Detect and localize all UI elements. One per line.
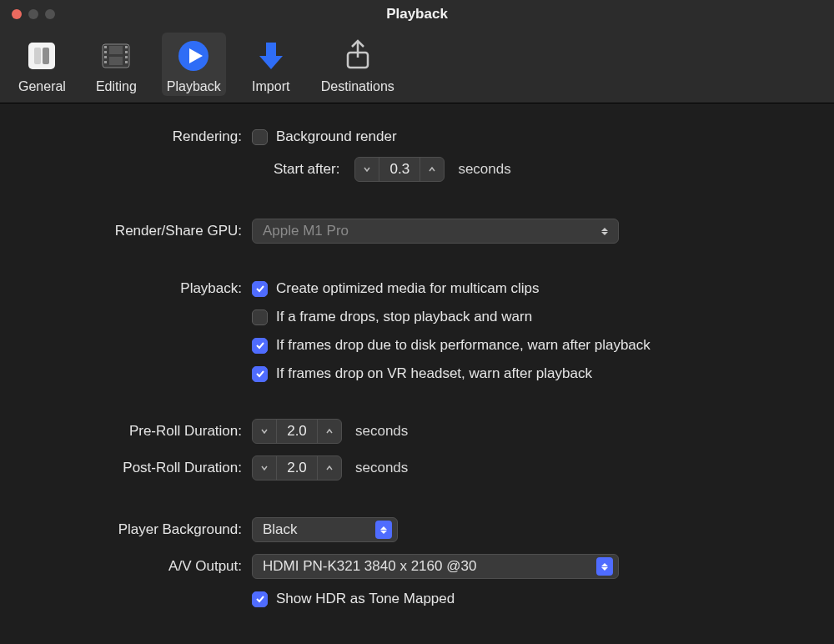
stepper-start-after[interactable]: 0.3 <box>354 157 445 182</box>
chevron-updown-icon <box>375 521 392 539</box>
label-rendering: Rendering: <box>17 128 252 145</box>
svg-rect-8 <box>125 46 128 48</box>
svg-rect-11 <box>125 61 128 63</box>
svg-rect-12 <box>109 46 123 54</box>
popup-render-gpu[interactable]: Apple M1 Pro <box>252 219 619 244</box>
label-player-bg: Player Background: <box>17 521 252 538</box>
zoom-window-button[interactable] <box>45 9 55 19</box>
label-vr-warn: If frames drop on VR headset, warn after… <box>276 365 592 382</box>
tab-label: Playback <box>167 79 221 94</box>
svg-rect-1 <box>34 48 41 64</box>
label-playback: Playback: <box>17 280 252 297</box>
tab-destinations[interactable]: Destinations <box>316 33 399 96</box>
label-seconds: seconds <box>355 460 408 476</box>
tab-playback[interactable]: Playback <box>162 33 226 96</box>
prefs-toolbar: General Editing Playback <box>0 28 834 103</box>
label-background-render: Background render <box>276 128 397 145</box>
popup-player-bg[interactable]: Black <box>252 517 398 542</box>
tab-label: Import <box>252 79 289 94</box>
label-seconds: seconds <box>355 423 408 440</box>
window-title: Playback <box>0 6 834 23</box>
stepper-preroll[interactable]: 2.0 <box>252 419 342 444</box>
label-postroll: Post-Roll Duration: <box>17 460 252 476</box>
label-framedrop-stop: If a frame drops, stop playback and warn <box>276 309 532 325</box>
stepper-value[interactable]: 2.0 <box>276 456 318 480</box>
arrow-down-icon <box>251 36 291 76</box>
stepper-value[interactable]: 0.3 <box>379 158 420 181</box>
window-titlebar: Playback <box>0 0 834 28</box>
svg-rect-2 <box>43 48 49 64</box>
svg-rect-0 <box>28 43 55 69</box>
tab-label: Destinations <box>321 79 394 94</box>
stepper-decrement[interactable] <box>253 420 276 443</box>
svg-marker-17 <box>259 56 283 69</box>
stepper-decrement[interactable] <box>355 158 379 181</box>
popup-value: Black <box>263 521 298 538</box>
play-circle-icon <box>173 36 214 76</box>
label-hdr-tone-mapped: Show HDR as Tone Mapped <box>276 591 455 607</box>
stepper-postroll[interactable]: 2.0 <box>252 455 342 480</box>
traffic-lights <box>0 9 55 19</box>
label-av-output: A/V Output: <box>17 558 252 575</box>
chevron-updown-icon <box>596 222 613 240</box>
svg-rect-10 <box>125 56 128 58</box>
popup-av-output[interactable]: HDMI PN-K321 3840 x 2160 @30 <box>252 554 619 579</box>
stepper-value[interactable]: 2.0 <box>276 420 318 443</box>
checkbox-disk-warn[interactable] <box>252 338 268 354</box>
stepper-increment[interactable] <box>420 158 444 181</box>
minimize-window-button[interactable] <box>28 9 38 19</box>
popup-value: HDMI PN-K321 3840 x 2160 @30 <box>263 558 476 575</box>
tab-general[interactable]: General <box>13 33 71 96</box>
label-disk-warn: If frames drop due to disk performance, … <box>276 337 651 354</box>
checkbox-multicam[interactable] <box>252 281 268 297</box>
chevron-updown-icon <box>596 557 613 576</box>
svg-rect-13 <box>109 57 123 65</box>
svg-rect-6 <box>104 56 107 58</box>
checkbox-vr-warn[interactable] <box>252 366 268 382</box>
tab-editing[interactable]: Editing <box>91 33 142 96</box>
tab-label: General <box>18 79 66 94</box>
slider-switch-icon <box>22 36 62 76</box>
svg-rect-5 <box>104 51 107 53</box>
svg-rect-4 <box>104 46 107 48</box>
svg-rect-9 <box>125 51 128 53</box>
popup-value: Apple M1 Pro <box>263 223 349 239</box>
stepper-decrement[interactable] <box>253 456 276 480</box>
share-icon <box>338 36 378 76</box>
checkbox-hdr-tone-mapped[interactable] <box>252 591 268 607</box>
svg-rect-16 <box>266 43 276 56</box>
label-multicam: Create optimized media for multicam clip… <box>276 280 540 297</box>
close-window-button[interactable] <box>12 9 22 19</box>
label-gpu: Render/Share GPU: <box>17 223 252 239</box>
checkbox-framedrop-stop[interactable] <box>252 309 268 325</box>
svg-rect-7 <box>104 61 107 63</box>
label-seconds: seconds <box>458 161 510 178</box>
prefs-content: Rendering: Background render Start after… <box>0 103 834 644</box>
stepper-increment[interactable] <box>318 456 341 480</box>
filmstrip-icon <box>96 36 136 76</box>
label-start-after: Start after: <box>274 161 339 178</box>
stepper-increment[interactable] <box>318 420 341 443</box>
tab-label: Editing <box>96 79 137 94</box>
tab-import[interactable]: Import <box>246 33 296 96</box>
label-preroll: Pre-Roll Duration: <box>17 423 252 440</box>
checkbox-background-render[interactable] <box>252 129 268 145</box>
